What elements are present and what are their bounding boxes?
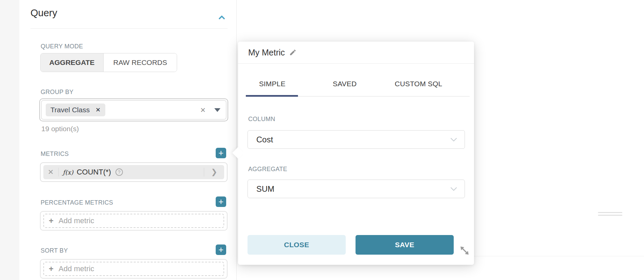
clear-all-icon[interactable]: × [200, 106, 206, 114]
aggregate-select[interactable]: SUM [248, 180, 465, 198]
add-percentage-metric-button[interactable]: + [216, 196, 226, 207]
metric-edit-popover: My Metric SIMPLE SAVED CUSTOM SQL COLUMN… [238, 42, 474, 265]
metric-pill[interactable]: ✕ ƒ(x) COUNT(*) ? ❯ [43, 165, 224, 179]
chevron-down-icon [450, 187, 457, 191]
popover-resize-icon[interactable] [459, 245, 471, 257]
chevron-down-icon [450, 138, 457, 142]
group-by-select-inner: Travel Class ✕ × [41, 100, 227, 120]
sort-by-add-metric[interactable]: + Add metric [43, 262, 224, 276]
tab-custom-sql[interactable]: CUSTOM SQL [395, 80, 442, 88]
percentage-metrics-container: + Add metric [40, 211, 228, 231]
chevron-up-icon [217, 13, 227, 22]
query-mode-raw-records-button[interactable]: RAW RECORDS [104, 53, 177, 72]
percentage-metrics-add-metric[interactable]: + Add metric [43, 214, 224, 228]
chart-builder-screen: Query QUERY MODE AGGREGATE RAW RECORDS G… [0, 0, 644, 280]
metric-remove-icon[interactable]: ✕ [43, 168, 58, 176]
plus-icon: + [49, 217, 53, 225]
column-select[interactable]: Cost [248, 130, 465, 149]
metrics-container: ✕ ƒ(x) COUNT(*) ? ❯ [40, 162, 228, 182]
column-select-value: Cost [256, 135, 450, 144]
collapse-section-button[interactable] [217, 12, 227, 22]
chevron-right-icon[interactable]: ❯ [204, 168, 224, 177]
add-metric-placeholder: Add metric [59, 264, 94, 273]
close-button[interactable]: CLOSE [248, 235, 346, 255]
group-by-tag-label: Travel Class [50, 106, 90, 114]
aggregate-label: AGGREGATE [248, 166, 287, 173]
chart-area-divider [473, 256, 644, 256]
query-mode-label: QUERY MODE [41, 43, 83, 50]
tab-simple[interactable]: SIMPLE [259, 80, 285, 88]
sort-by-container: + Add metric [40, 259, 228, 279]
add-metric-button[interactable]: + [216, 148, 226, 158]
add-sort-by-button[interactable]: + [216, 244, 226, 255]
group-by-select[interactable]: Travel Class ✕ × [39, 98, 228, 121]
panel-resize-drag-handle[interactable] [598, 212, 622, 217]
function-icon: ƒ(x) [63, 169, 73, 176]
query-mode-segmented-control: AGGREGATE RAW RECORDS [40, 53, 177, 72]
caret-down-icon[interactable] [214, 108, 220, 112]
popover-title: My Metric [248, 48, 285, 57]
column-label: COLUMN [248, 116, 275, 123]
tag-remove-icon[interactable]: ✕ [95, 106, 101, 114]
metric-label: COUNT(*) [77, 168, 111, 177]
popover-header: My Metric [238, 42, 474, 64]
aggregate-select-value: SUM [256, 184, 450, 194]
plus-icon: + [49, 265, 53, 273]
group-by-tag[interactable]: Travel Class ✕ [46, 103, 105, 116]
query-section-title: Query [30, 7, 57, 19]
section-divider [30, 28, 228, 29]
group-by-label: GROUP BY [41, 89, 73, 96]
pencil-icon[interactable] [289, 49, 297, 56]
help-icon[interactable]: ? [115, 168, 123, 176]
tab-saved[interactable]: SAVED [333, 80, 357, 88]
percentage-metrics-label: PERCENTAGE METRICS [41, 199, 113, 206]
adjacent-panel-edge [0, 0, 19, 280]
active-tab-underline [246, 95, 298, 97]
sort-by-label: SORT BY [41, 247, 68, 254]
save-button[interactable]: SAVE [356, 235, 454, 255]
panel-divider [236, 0, 237, 280]
group-by-options-hint: 19 option(s) [41, 125, 79, 133]
add-metric-placeholder: Add metric [59, 216, 94, 225]
metrics-label: METRICS [41, 150, 69, 158]
query-mode-aggregate-button[interactable]: AGGREGATE [41, 53, 104, 72]
popover-arrow [232, 147, 244, 159]
